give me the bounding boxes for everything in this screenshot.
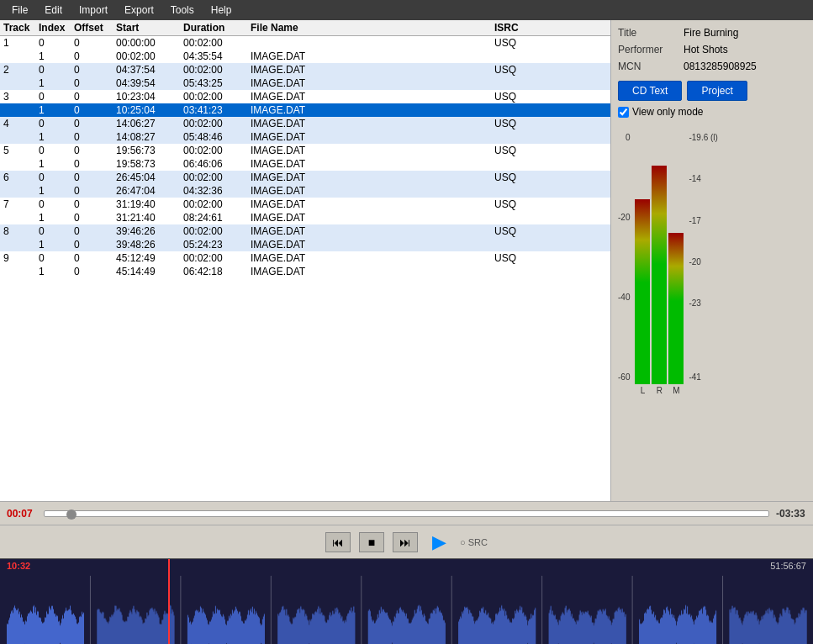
table-body: 1 0 0 00:00:00 00:02:00 USQ 1 0 00:02:00… bbox=[0, 36, 610, 278]
table-row[interactable]: 8 0 0 39:46:26 00:02:00 IMAGE.DAT USQ bbox=[0, 224, 610, 238]
cell-isrc: USQ bbox=[494, 64, 545, 76]
cell-duration: 00:02:00 bbox=[183, 37, 251, 49]
transport-bar: ⏮ ■ ⏭ ▶ ○ SRC bbox=[0, 525, 813, 558]
cell-start: 31:19:40 bbox=[116, 198, 183, 210]
time-left: 00:07 bbox=[7, 508, 37, 520]
cell-index: 1 bbox=[39, 77, 74, 89]
vu-labels-left: 0 -20 -40 -60 bbox=[618, 126, 631, 395]
table-row[interactable]: 1 0 19:58:73 06:46:06 IMAGE.DAT bbox=[0, 157, 610, 171]
table-row[interactable]: 1 0 45:14:49 06:42:18 IMAGE.DAT bbox=[0, 265, 610, 278]
cell-start: 10:25:04 bbox=[116, 104, 183, 116]
cell-index: 0 bbox=[39, 225, 74, 237]
cell-track: 8 bbox=[3, 225, 39, 237]
cell-track: 2 bbox=[3, 64, 39, 76]
cell-filename: IMAGE.DAT bbox=[251, 225, 494, 237]
cell-track: 3 bbox=[3, 91, 39, 103]
cell-start: 45:14:49 bbox=[116, 266, 183, 277]
cell-filename: IMAGE.DAT bbox=[251, 252, 494, 264]
cell-start: 31:21:40 bbox=[116, 212, 183, 224]
cell-offset: 0 bbox=[74, 64, 116, 76]
cell-offset: 0 bbox=[74, 50, 116, 62]
table-row[interactable]: 5 0 0 19:56:73 00:02:00 IMAGE.DAT USQ bbox=[0, 144, 610, 157]
track-panel[interactable]: Track Index Offset Start Duration File N… bbox=[0, 20, 611, 501]
cell-index: 1 bbox=[39, 158, 74, 170]
cell-start: 26:47:04 bbox=[116, 185, 183, 197]
btn-row: CD Text Project bbox=[618, 81, 806, 101]
cd-text-button[interactable]: CD Text bbox=[618, 81, 682, 101]
menu-export[interactable]: Export bbox=[116, 3, 162, 18]
transport-skip-back[interactable]: ⏮ bbox=[325, 532, 351, 552]
cell-track: 6 bbox=[3, 172, 39, 183]
table-row[interactable]: 2 0 0 04:37:54 00:02:00 IMAGE.DAT USQ bbox=[0, 63, 610, 77]
table-row[interactable]: 9 0 0 45:12:49 00:02:00 IMAGE.DAT USQ bbox=[0, 251, 610, 265]
cell-duration: 05:48:46 bbox=[183, 131, 251, 143]
transport-play[interactable]: ▶ bbox=[426, 532, 451, 552]
cell-duration: 04:32:36 bbox=[183, 185, 251, 197]
cell-isrc: USQ bbox=[494, 198, 545, 210]
cell-isrc: USQ bbox=[494, 252, 545, 264]
cell-offset: 0 bbox=[74, 131, 116, 143]
col-header-duration: Duration bbox=[183, 22, 251, 34]
table-row[interactable]: 1 0 00:02:00 04:35:54 IMAGE.DAT bbox=[0, 50, 610, 63]
cell-duration: 06:46:06 bbox=[183, 158, 251, 170]
cell-filename: IMAGE.DAT bbox=[251, 50, 494, 62]
table-row[interactable]: 6 0 0 26:45:04 00:02:00 IMAGE.DAT USQ bbox=[0, 171, 610, 184]
progress-thumb[interactable] bbox=[66, 509, 77, 520]
cell-index: 0 bbox=[39, 145, 74, 156]
menu-edit[interactable]: Edit bbox=[36, 3, 71, 18]
cell-filename: IMAGE.DAT bbox=[251, 198, 494, 210]
table-row[interactable]: 7 0 0 31:19:40 00:02:00 IMAGE.DAT USQ bbox=[0, 198, 610, 211]
cell-start: 39:48:26 bbox=[116, 239, 183, 251]
cell-filename: IMAGE.DAT bbox=[251, 158, 494, 170]
cell-duration: 00:02:00 bbox=[183, 198, 251, 210]
table-row[interactable]: 3 0 0 10:23:04 00:02:00 IMAGE.DAT USQ bbox=[0, 90, 610, 103]
table-row[interactable]: 1 0 0 00:00:00 00:02:00 USQ bbox=[0, 36, 610, 50]
cell-duration: 00:02:00 bbox=[183, 64, 251, 76]
table-row[interactable]: 1 0 04:39:54 05:43:25 IMAGE.DAT bbox=[0, 77, 610, 90]
table-row[interactable]: 1 0 10:25:04 03:41:23 IMAGE.DAT bbox=[0, 103, 610, 117]
vu-bar-m bbox=[668, 233, 684, 384]
menu-file[interactable]: File bbox=[3, 3, 36, 18]
cell-offset: 0 bbox=[74, 185, 116, 197]
project-button[interactable]: Project bbox=[687, 81, 747, 101]
menu-help[interactable]: Help bbox=[203, 3, 240, 18]
cell-track: 5 bbox=[3, 145, 39, 156]
cell-isrc: USQ bbox=[494, 37, 545, 49]
progress-bar-area: 00:07 -03:33 bbox=[0, 501, 813, 525]
table-header: Track Index Offset Start Duration File N… bbox=[0, 20, 610, 36]
view-only-checkbox[interactable] bbox=[618, 107, 629, 118]
cell-offset: 0 bbox=[74, 239, 116, 251]
table-row[interactable]: 1 0 31:21:40 08:24:61 IMAGE.DAT bbox=[0, 211, 610, 224]
transport-stop[interactable]: ■ bbox=[359, 532, 384, 552]
cell-offset: 0 bbox=[74, 158, 116, 170]
table-row[interactable]: 1 0 26:47:04 04:32:36 IMAGE.DAT bbox=[0, 184, 610, 198]
transport-skip-forward[interactable]: ⏭ bbox=[393, 532, 418, 552]
vu-bar-r-wrap: R bbox=[652, 166, 667, 395]
cell-start: 10:23:04 bbox=[116, 91, 183, 103]
mcn-label: MCN bbox=[618, 61, 677, 72]
cell-index: 1 bbox=[39, 266, 74, 277]
cell-filename: IMAGE.DAT bbox=[251, 104, 494, 116]
cell-duration: 00:02:00 bbox=[183, 225, 251, 237]
cell-start: 04:39:54 bbox=[116, 77, 183, 89]
table-row[interactable]: 1 0 14:08:27 05:48:46 IMAGE.DAT bbox=[0, 130, 610, 144]
vu-label-m: M bbox=[673, 386, 679, 395]
info-performer-row: Performer Hot Shots bbox=[618, 44, 806, 55]
progress-track[interactable] bbox=[44, 510, 769, 517]
info-mcn-row: MCN 0813285908925 bbox=[618, 61, 806, 72]
cell-offset: 0 bbox=[74, 252, 116, 264]
menu-tools[interactable]: Tools bbox=[162, 3, 203, 18]
cell-duration: 00:02:00 bbox=[183, 172, 251, 183]
table-row[interactable]: 1 0 39:48:26 05:24:23 IMAGE.DAT bbox=[0, 238, 610, 251]
cell-filename: IMAGE.DAT bbox=[251, 239, 494, 251]
table-row[interactable]: 4 0 0 14:06:27 00:02:00 IMAGE.DAT USQ bbox=[0, 117, 610, 130]
col-header-isrc: ISRC bbox=[494, 22, 545, 34]
cell-isrc: USQ bbox=[494, 91, 545, 103]
cell-index: 1 bbox=[39, 185, 74, 197]
vu-labels-right: -19.6 (l) -14 -17 -20 -23 -41 bbox=[687, 126, 717, 395]
cell-filename: IMAGE.DAT bbox=[251, 77, 494, 89]
cell-index: 1 bbox=[39, 131, 74, 143]
info-title-row: Title Fire Burning bbox=[618, 27, 806, 39]
cell-index: 0 bbox=[39, 37, 74, 49]
menu-import[interactable]: Import bbox=[71, 3, 116, 18]
